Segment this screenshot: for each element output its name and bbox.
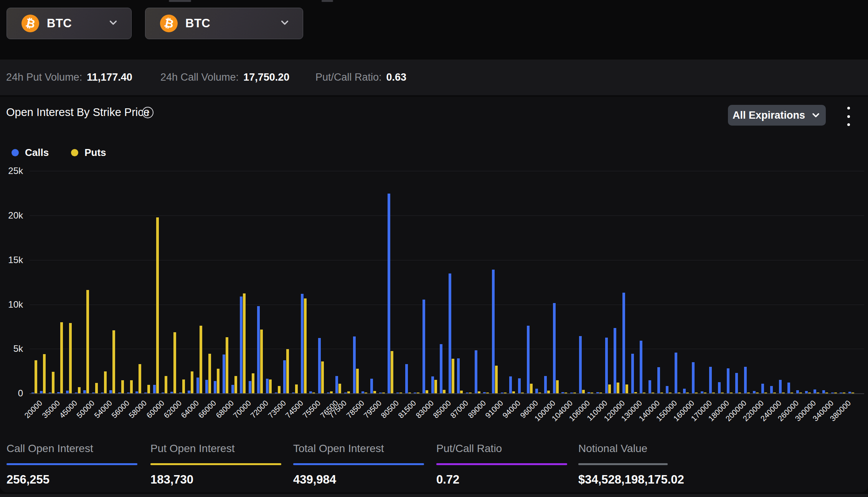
puts-bar-58000[interactable] [139, 364, 141, 393]
puts-bar-115000[interactable] [608, 384, 611, 393]
calls-bar-300000[interactable] [805, 391, 808, 393]
puts-bar-165000[interactable] [695, 393, 698, 393]
calls-bar-74000[interactable] [283, 360, 286, 393]
calls-bar-110000[interactable] [596, 392, 599, 393]
calls-bar-81000[interactable] [396, 393, 399, 393]
calls-bar-72000[interactable] [257, 306, 260, 393]
calls-bar-400000[interactable] [848, 392, 851, 393]
puts-bar-80500[interactable] [391, 351, 393, 393]
puts-bar-180000[interactable] [721, 393, 724, 393]
calls-bar-120000[interactable] [614, 328, 616, 393]
calls-bar-20000[interactable] [31, 393, 34, 393]
puts-bar-86000[interactable] [452, 359, 454, 393]
puts-bar-170000[interactable] [704, 393, 706, 393]
calls-bar-140000[interactable] [649, 380, 651, 393]
calls-bar-135000[interactable] [640, 341, 642, 393]
calls-bar-230000[interactable] [761, 384, 764, 393]
calls-bar-98000[interactable] [535, 389, 538, 393]
puts-bar-90000[interactable] [486, 393, 489, 393]
puts-bar-92000[interactable] [504, 393, 507, 393]
expirations-dropdown-button[interactable]: All Expirations [728, 105, 826, 126]
puts-bar-62000[interactable] [173, 332, 176, 393]
puts-bar-110000[interactable] [599, 393, 602, 393]
calls-bar-67000[interactable] [214, 381, 216, 393]
puts-bar-145000[interactable] [660, 393, 663, 393]
calls-bar-78000[interactable] [344, 393, 347, 393]
calls-bar-115000[interactable] [605, 338, 608, 393]
puts-bar-78500[interactable] [356, 369, 359, 393]
calls-bar-60000[interactable] [153, 385, 156, 393]
puts-bar-68000[interactable] [226, 337, 228, 393]
puts-bar-190000[interactable] [730, 393, 733, 393]
puts-bar-120000[interactable] [617, 383, 619, 393]
calls-bar-40000[interactable] [57, 392, 60, 393]
puts-bar-89000[interactable] [478, 391, 480, 393]
calls-bar-73000[interactable] [266, 379, 269, 393]
puts-bar-79500[interactable] [373, 391, 376, 393]
calls-bar-165000[interactable] [692, 362, 695, 393]
calls-bar-155000[interactable] [675, 353, 677, 393]
legend-item-calls[interactable]: Calls [12, 147, 49, 159]
puts-bar-91000[interactable] [495, 366, 498, 393]
calls-bar-250000[interactable] [779, 380, 782, 393]
puts-bar-80000[interactable] [382, 393, 385, 393]
calls-bar-160000[interactable] [683, 389, 686, 393]
puts-bar-59000[interactable] [147, 385, 150, 393]
calls-bar-54000[interactable] [101, 393, 104, 393]
calls-bar-68000[interactable] [223, 355, 225, 393]
puts-bar-135000[interactable] [643, 393, 645, 393]
puts-bar-106000[interactable] [582, 390, 585, 393]
puts-bar-220000[interactable] [756, 393, 759, 393]
puts-bar-260000[interactable] [790, 393, 793, 393]
calls-bar-55000[interactable] [109, 390, 112, 393]
puts-bar-76000[interactable] [321, 361, 324, 393]
puts-bar-75500[interactable] [312, 393, 315, 393]
puts-bar-230000[interactable] [764, 393, 767, 393]
calls-bar-63000[interactable] [179, 393, 182, 393]
calls-bar-104000[interactable] [561, 392, 564, 393]
puts-bar-81000[interactable] [399, 393, 402, 393]
calls-bar-240000[interactable] [770, 386, 773, 393]
puts-bar-380000[interactable] [843, 393, 845, 393]
calls-bar-64000[interactable] [188, 391, 190, 393]
calls-bar-320000[interactable] [814, 389, 816, 393]
calls-bar-96000[interactable] [527, 326, 530, 393]
calls-bar-85000[interactable] [440, 344, 442, 393]
puts-bar-200000[interactable] [738, 393, 741, 393]
puts-bar-240000[interactable] [773, 393, 776, 393]
calls-bar-89000[interactable] [475, 350, 477, 393]
puts-bar-102000[interactable] [556, 380, 559, 393]
calls-bar-77500[interactable] [335, 376, 338, 393]
puts-bar-50000[interactable] [86, 290, 89, 393]
puts-bar-55000[interactable] [112, 330, 115, 393]
calls-bar-95000[interactable] [518, 378, 521, 393]
calls-bar-260000[interactable] [787, 383, 790, 393]
calls-bar-94000[interactable] [509, 376, 512, 393]
puts-bar-125000[interactable] [625, 384, 628, 393]
puts-bar-340000[interactable] [825, 393, 828, 393]
calls-bar-62000[interactable] [170, 392, 173, 393]
puts-bar-56000[interactable] [121, 380, 124, 393]
puts-bar-82000[interactable] [417, 393, 419, 393]
calls-bar-360000[interactable] [831, 393, 834, 393]
puts-bar-96000[interactable] [530, 384, 533, 393]
calls-bar-80500[interactable] [388, 194, 390, 393]
calls-bar-210000[interactable] [744, 367, 747, 393]
calls-bar-65000[interactable] [196, 378, 199, 393]
puts-bar-98000[interactable] [538, 393, 541, 393]
puts-bar-74000[interactable] [286, 349, 289, 393]
puts-bar-76500[interactable] [330, 391, 333, 393]
calls-bar-45000[interactable] [66, 391, 69, 393]
calls-bar-180000[interactable] [718, 382, 721, 393]
puts-bar-130000[interactable] [634, 392, 637, 393]
puts-bar-300000[interactable] [808, 393, 811, 393]
puts-bar-69000[interactable] [234, 376, 237, 393]
puts-bar-81500[interactable] [408, 393, 411, 393]
calls-bar-108000[interactable] [587, 392, 590, 393]
calls-bar-82000[interactable] [414, 393, 416, 393]
calls-bar-92000[interactable] [501, 393, 503, 393]
puts-bar-54000[interactable] [104, 371, 107, 393]
puts-bar-35000[interactable] [52, 372, 54, 393]
puts-bar-105000[interactable] [573, 393, 576, 393]
calls-bar-75500[interactable] [309, 391, 312, 393]
